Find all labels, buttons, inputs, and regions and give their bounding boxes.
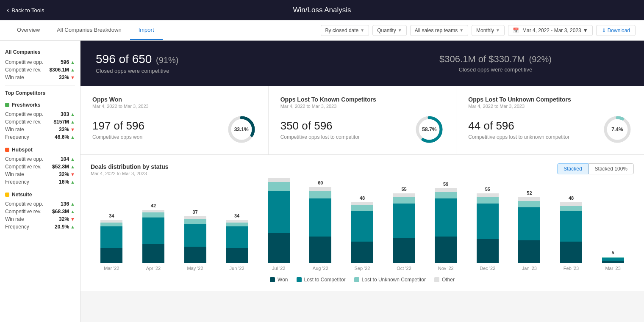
nav-filters: By closed date ▼ Quantity ▼ All sales re… (321, 25, 636, 36)
donut-won-label: 33.1% (234, 127, 249, 132)
bar-stack (226, 220, 248, 263)
legend-unknown-dot (354, 277, 359, 282)
toggle-stacked-100[interactable]: Stacked 100% (588, 163, 634, 174)
tab-companies-breakdown[interactable]: All Companies Breakdown (48, 21, 130, 40)
card-won-date: Mar 4, 2022 to Mar 3, 2023 (92, 104, 256, 109)
bar-group: 34 Jun '22 (216, 213, 258, 271)
bar-segment-won (351, 242, 373, 263)
bar-group: 48 Sep '22 (341, 195, 383, 271)
bar-total-label: 5 (612, 250, 614, 255)
bar-stack (477, 193, 499, 263)
quantity-filter[interactable]: Quantity ▼ (372, 25, 407, 36)
sidebar-stat-competitive-rev: Competitive rev. $306.1M ▲ (5, 66, 75, 74)
bar-segment-unknown (393, 197, 415, 204)
chart-legend: Won Lost to Competitor Lost to Unknown C… (91, 277, 634, 283)
bar-segment-other (393, 193, 415, 197)
competitor-freshworks: Freshworks Competitive opp. 303▲ Competi… (5, 102, 75, 141)
bar-segment-won (100, 248, 122, 263)
bar-segment-competitor (393, 204, 415, 238)
sales-team-filter[interactable]: All sales rep teams ▼ (410, 25, 468, 36)
bar-segment-unknown (184, 219, 206, 224)
bar-segment-unknown (226, 223, 248, 226)
hero-right: $306.1M of $330.7M (92%) Closed opps wer… (362, 54, 629, 73)
hero-left-pct: (91%) (156, 55, 178, 65)
freshworks-label: Freshworks (12, 102, 40, 108)
competitor-netsuite: Netsuite Competitive opp. 136▲ Competiti… (5, 192, 75, 231)
bar-segment-won (602, 261, 624, 263)
sidebar-stat-win-rate: Win rate 33% ▼ (5, 74, 75, 81)
download-icon: ⇓ (602, 28, 606, 33)
download-button[interactable]: ⇓ Download (596, 25, 636, 36)
bar-chart-area: 34 Mar '22 42 Apr '22 37 May '22 34 (91, 178, 634, 271)
card-unknown-label: Competitive opps lost to unknown competi… (468, 134, 569, 140)
bar-total-label: 55 (485, 187, 490, 192)
bar-group: 48 Feb '23 (550, 195, 592, 271)
hubspot-label: Hubspot (12, 147, 33, 153)
tab-overview[interactable]: Overview (8, 21, 48, 40)
stat-value: 33% (59, 74, 69, 80)
sidebar-stat-competitive-opp: Competitive opp. 596 ▲ (5, 58, 75, 66)
card-won-label: Competitive opps won (92, 134, 144, 140)
bar-stack (602, 257, 624, 263)
hero-left-label: Closed opps were competitive (96, 68, 362, 74)
bar-segment-won (560, 242, 582, 263)
bar-group: 37 May '22 (174, 209, 216, 271)
bar-segment-other (477, 193, 499, 197)
nav-tabs: Overview All Companies Breakdown Import (8, 21, 321, 40)
bar-group: 34 Mar '22 (91, 213, 133, 271)
bar-group: 67 Jul '22 (258, 178, 300, 271)
bar-segment-competitor (477, 204, 499, 239)
chart-header: Deals distribution by status Mar 4, 2022… (91, 163, 634, 176)
bar-segment-unknown (477, 197, 499, 204)
bar-segment-other (560, 202, 582, 206)
main-layout: All Companies Competitive opp. 596 ▲ Com… (0, 41, 644, 322)
back-button[interactable]: ‹ Back to Tools (7, 6, 44, 14)
bar-segment-competitor (142, 217, 164, 244)
stat-label: Competitive rev. (5, 67, 42, 73)
legend-competitor: Lost to Competitor (297, 277, 346, 283)
bar-segment-competitor (518, 207, 540, 240)
bar-x-label: Dec '22 (480, 266, 495, 271)
bar-segment-won (226, 248, 248, 263)
bar-stack (309, 187, 331, 263)
card-known-date: Mar 4, 2022 to Mar 3, 2023 (280, 104, 444, 109)
bar-x-label: Aug '22 (313, 266, 328, 271)
bar-segment-competitor (309, 198, 331, 237)
hero-right-pct: (92%) (529, 55, 552, 64)
bar-stack (100, 220, 122, 263)
donut-known-label: 58.7% (422, 127, 436, 132)
monthly-filter[interactable]: Monthly ▼ (472, 25, 505, 36)
bar-x-label: Jul '22 (272, 266, 285, 271)
stat-card-unknown: Opps Lost To Unknown Competitors Mar 4, … (456, 86, 644, 154)
bar-total-label: 59 (443, 182, 448, 187)
bar-stack (351, 202, 373, 263)
bar-x-label: Feb '23 (564, 266, 579, 271)
top-bar: ‹ Back to Tools Win/Loss Analysis (0, 0, 644, 20)
content-area: 596 of 650 (91%) Closed opps were compet… (80, 41, 644, 322)
freshworks-color-dot (5, 103, 9, 107)
legend-unknown-label: Lost to Unknown Competitor (362, 277, 426, 283)
toggle-stacked[interactable]: Stacked (557, 163, 588, 174)
donut-known: 58.7% (414, 115, 444, 144)
hero-left-number: 596 of 650 (96, 52, 152, 66)
bar-x-label: Mar '22 (104, 266, 119, 271)
bar-x-label: Mar '23 (605, 266, 620, 271)
closed-date-filter[interactable]: By closed date ▼ (321, 25, 369, 36)
card-known-title: Opps Lost To Known Competitors (280, 96, 444, 103)
date-range-filter[interactable]: 📅 Mar 4, 2022 - Mar 3, 2023 ▼ (508, 25, 593, 36)
stat-value: $306.1M (49, 67, 69, 73)
chevron-down-icon: ▼ (360, 28, 364, 33)
chart-toggle: Stacked Stacked 100% (557, 163, 634, 174)
bar-stack (184, 216, 206, 263)
bar-segment-other (518, 197, 540, 201)
bar-segment-competitor (560, 211, 582, 242)
bar-segment-competitor (226, 226, 248, 248)
tab-import[interactable]: Import (130, 21, 163, 40)
card-won-number: 197 of 596 (92, 119, 144, 132)
hero-banner: 596 of 650 (91%) Closed opps were compet… (80, 41, 644, 86)
bar-stack (142, 210, 164, 263)
back-arrow-icon: ‹ (7, 6, 9, 14)
hero-right-label: Closed opps were competitive (362, 66, 629, 73)
bar-segment-competitor (435, 198, 457, 237)
bar-chart: 34 Mar '22 42 Apr '22 37 May '22 34 (91, 178, 634, 271)
